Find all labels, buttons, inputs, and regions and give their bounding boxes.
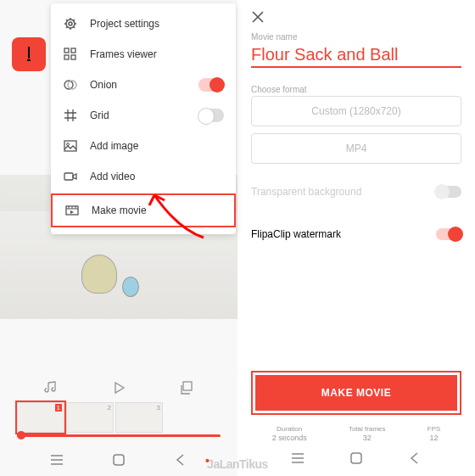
svg-rect-10 [64, 173, 73, 180]
svg-point-9 [67, 143, 70, 146]
music-icon[interactable] [42, 378, 60, 397]
movie-name-label: Movie name [251, 32, 461, 42]
svg-rect-5 [71, 55, 75, 59]
frame-thumb-1[interactable]: 1 [17, 402, 64, 433]
menu-label: Make movie [92, 204, 222, 216]
make-movie-highlight: MAKE MOVIE [251, 371, 461, 415]
project-thumbnail[interactable] [12, 37, 46, 71]
menu-label: Add image [90, 140, 224, 152]
frames-label: Total frames [349, 425, 386, 433]
image-icon [63, 138, 78, 154]
timeline-scrubber[interactable] [17, 434, 221, 437]
menu-add-image[interactable]: Add image [51, 131, 236, 161]
ball-sprite [122, 277, 139, 297]
watermark-row: FlipaClip watermark [251, 228, 461, 240]
app-left-screen: Project settings Frames viewer Onion Gri… [0, 0, 238, 476]
svg-rect-14 [351, 453, 361, 463]
make-movie-button[interactable]: MAKE MOVIE [255, 375, 457, 411]
svg-rect-12 [183, 382, 192, 390]
menu-project-settings[interactable]: Project settings [51, 8, 236, 39]
fps-value: 12 [428, 434, 441, 442]
menu-label: Add video [90, 171, 224, 182]
menu-add-video[interactable]: Add video [51, 161, 236, 192]
svg-rect-2 [64, 48, 69, 53]
frame-thumb-2[interactable]: 2 [66, 402, 114, 433]
make-movie-screen: Movie name Choose format Custom (1280x72… [238, 0, 475, 476]
menu-label: Grid [90, 109, 198, 121]
onion-toggle[interactable] [198, 78, 224, 92]
svg-rect-13 [114, 455, 124, 465]
svg-rect-3 [71, 48, 75, 53]
close-button[interactable] [251, 10, 461, 24]
svg-rect-4 [64, 55, 69, 59]
menu-label: Onion [90, 79, 198, 91]
frame-timeline[interactable]: 1 2 3 [0, 397, 238, 434]
transparent-bg-row: Transparent background [251, 186, 461, 198]
menu-label: Project settings [90, 18, 224, 30]
menu-make-movie[interactable]: Make movie [51, 193, 236, 227]
context-menu: Project settings Frames viewer Onion Gri… [51, 3, 236, 234]
duration-value: 2 seconds [272, 434, 307, 442]
home-button[interactable] [349, 451, 364, 466]
watermark-toggle[interactable] [436, 228, 461, 240]
menu-label: Frames viewer [90, 48, 224, 60]
fps-label: FPS [428, 425, 441, 433]
format-label: Choose format [251, 85, 461, 94]
player-controls [0, 368, 238, 397]
grid-toggle[interactable] [198, 109, 224, 122]
play-icon[interactable] [109, 378, 128, 397]
resolution-select[interactable]: Custom (1280x720) [251, 96, 461, 126]
menu-frames-viewer[interactable]: Frames viewer [51, 39, 236, 70]
codec-select[interactable]: MP4 [251, 133, 461, 164]
svg-point-1 [69, 22, 72, 25]
home-button[interactable] [111, 452, 126, 468]
gear-icon [63, 16, 78, 31]
menu-onion[interactable]: Onion [51, 70, 236, 100]
character-sprite [81, 255, 117, 297]
android-nav-right [251, 445, 461, 466]
movie-icon [64, 203, 80, 218]
movie-stats: Duration2 seconds Total frames32 FPS12 [251, 425, 461, 442]
hash-icon [63, 108, 78, 123]
transparent-bg-label: Transparent background [251, 186, 361, 198]
frames-value: 32 [349, 434, 386, 442]
watermark-label: FlipaClip watermark [251, 228, 341, 240]
recents-button[interactable] [290, 451, 305, 466]
back-button[interactable] [173, 452, 188, 468]
menu-grid[interactable]: Grid [51, 100, 236, 131]
svg-rect-8 [64, 141, 76, 151]
android-nav [0, 444, 238, 476]
video-icon [63, 169, 78, 184]
layers-icon[interactable] [177, 378, 196, 397]
grid-icon [63, 47, 78, 62]
back-button[interactable] [407, 451, 422, 466]
frame-thumb-3[interactable]: 3 [115, 402, 163, 433]
duration-label: Duration [272, 425, 307, 433]
movie-name-input[interactable] [251, 43, 461, 68]
recents-button[interactable] [49, 452, 64, 468]
transparent-bg-toggle[interactable] [436, 186, 461, 198]
onion-icon [63, 77, 78, 92]
